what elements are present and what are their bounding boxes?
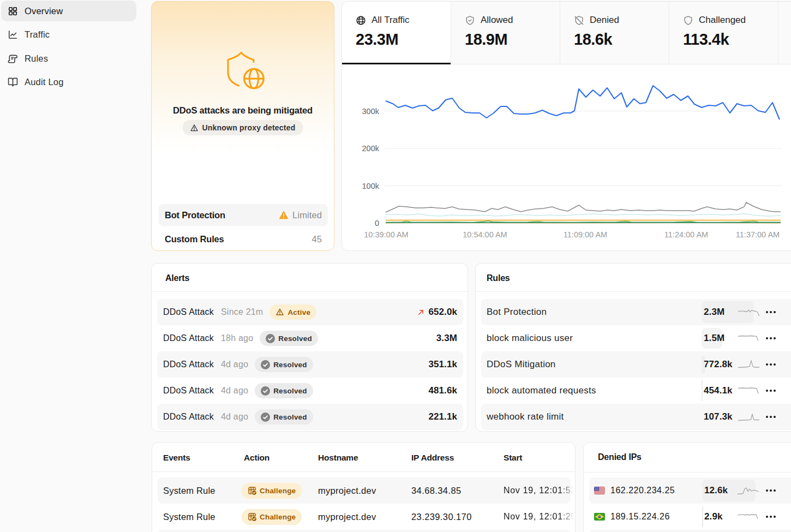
- svg-text:11:09:00 AM: 11:09:00 AM: [564, 230, 607, 239]
- svg-text:100k: 100k: [362, 182, 380, 190]
- svg-text:300k: 300k: [362, 107, 380, 116]
- svg-text:10:39:00 AM: 10:39:00 AM: [364, 230, 408, 239]
- svg-text:200k: 200k: [362, 144, 380, 153]
- svg-text:0: 0: [375, 219, 379, 228]
- svg-text:11:37:00 AM: 11:37:00 AM: [736, 230, 780, 239]
- svg-text:10:54:00 AM: 10:54:00 AM: [463, 230, 507, 239]
- svg-text:11:24:00 AM: 11:24:00 AM: [664, 230, 708, 239]
